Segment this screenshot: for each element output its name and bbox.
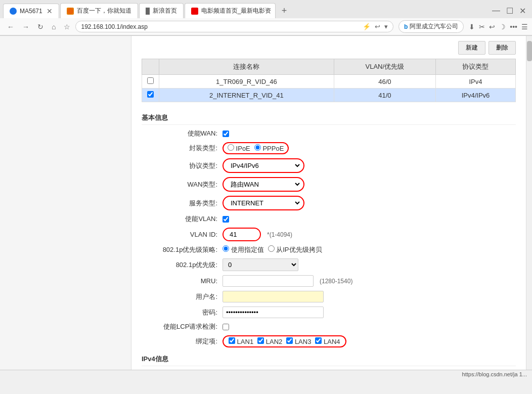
refresh-button[interactable]: ↻ (34, 22, 47, 32)
enable-wan-checkbox[interactable] (223, 130, 229, 137)
protocol-type-row: 协议类型: IPv4/IPv6 IPv4 IPv6 (142, 158, 516, 173)
password-row: 密码: (142, 307, 516, 318)
row2-checkbox[interactable] (142, 89, 159, 102)
lightning-icon: ⚡ (363, 23, 371, 30)
delete-button[interactable]: 删除 (489, 41, 516, 55)
bind-highlight: LAN1 LAN2 LAN3 LAN4 (223, 335, 346, 347)
service-type-value: INTERNET TR069 VOIP OTHER (223, 196, 516, 210)
close-window-button[interactable]: ✕ (516, 4, 529, 18)
enable-vlan-value (223, 216, 516, 223)
row1-name[interactable]: 1_TR069_R_VID_46 (159, 75, 334, 89)
bookmark-button[interactable]: ☆ (61, 22, 73, 32)
priority-from-ip-label[interactable]: 从IP优先级拷贝 (268, 245, 322, 254)
vlan-id-input[interactable] (227, 229, 257, 240)
table-header-checkbox (142, 59, 159, 75)
row1-check-input[interactable] (147, 77, 154, 84)
minimize-button[interactable]: — (489, 4, 503, 17)
wan-type-value: 路由WAN 桥接WAN (223, 177, 516, 192)
protocol-select[interactable]: IPv4/IPv6 IPv4 IPv6 (226, 160, 301, 171)
protocol-highlight: IPv4/IPv6 IPv4 IPv6 (223, 158, 304, 173)
encap-pppoe-radio[interactable] (254, 144, 261, 151)
search-bar[interactable]: b 阿里成立汽车公司 (398, 20, 464, 33)
tab-label-dianying: 电影频道首页_最新电影资 (201, 7, 272, 15)
enable-vlan-checkbox[interactable] (223, 216, 229, 223)
vlan-id-row: VLAN ID: *(1-4094) (142, 228, 516, 241)
tab-icon-dianying (191, 8, 198, 15)
bind-lan1-checkbox[interactable] (229, 337, 235, 344)
bind-lan3-checkbox[interactable] (286, 337, 293, 344)
encap-pppoe-label[interactable]: PPPoE (254, 144, 284, 152)
tab-icon-baidu (67, 8, 74, 15)
table-header-vlan: VLAN/优先级 (334, 59, 435, 75)
address-url: 192.168.100.1/index.asp (81, 23, 362, 30)
back-button[interactable]: ← (4, 22, 17, 32)
tab-sina[interactable]: 新浪首页 (139, 3, 184, 18)
protocol-type-value: IPv4/IPv6 IPv4 IPv6 (223, 158, 516, 173)
protocol-type-label: 协议类型: (142, 161, 223, 170)
bind-lan3-label[interactable]: LAN3 (286, 337, 311, 345)
download-icon[interactable]: ⬇ (469, 23, 475, 31)
address-icons: ⚡ ↩ ▾ (363, 23, 388, 30)
table-header-protocol: 协议类型 (435, 59, 515, 75)
scrollbar-thumb[interactable] (527, 41, 532, 61)
password-input[interactable] (223, 307, 324, 318)
bind-lan2-checkbox[interactable] (257, 337, 264, 344)
address-bar[interactable]: 192.168.100.1/index.asp ⚡ ↩ ▾ (75, 21, 393, 32)
ipv4-info-title: IPv4信息 (142, 352, 516, 366)
restore-button[interactable]: ☐ (503, 4, 516, 18)
enable-lcp-checkbox[interactable] (223, 324, 229, 330)
table-header-name: 连接名称 (159, 59, 334, 75)
moon-icon[interactable]: ☽ (499, 23, 506, 31)
undo-icon[interactable]: ↩ (489, 23, 495, 31)
home-button[interactable]: ⌂ (49, 22, 59, 32)
connection-table: 连接名称 VLAN/优先级 协议类型 1_TR069_R_VID_46 46/0… (142, 59, 516, 102)
settings-icon[interactable]: ✂ (479, 23, 485, 31)
dropdown-icon[interactable]: ▾ (384, 23, 388, 30)
wan-type-highlight: 路由WAN 桥接WAN (223, 177, 304, 192)
enable-wan-value (223, 130, 516, 137)
row2-vlan: 41/0 (334, 89, 435, 102)
sidebar (0, 36, 131, 370)
priority-use-specified-radio[interactable] (223, 245, 229, 252)
tab-dianying[interactable]: 电影频道首页_最新电影资 (185, 3, 276, 18)
encap-type-row: 封装类型: IPoE PPPoE (142, 142, 516, 154)
row2-protocol: IPv4/IPv6 (435, 89, 515, 102)
priority-select[interactable]: 0123 4567 (223, 258, 298, 271)
row2-name[interactable]: 2_INTERNET_R_VID_41 (159, 89, 334, 102)
forward-button[interactable]: → (19, 22, 32, 32)
bind-lan2-label[interactable]: LAN2 (257, 337, 282, 345)
encap-ipoe-label[interactable]: IPoE (228, 144, 250, 152)
service-type-highlight: INTERNET TR069 VOIP OTHER (223, 196, 304, 210)
vlan-id-range: *(1-4094) (267, 231, 292, 238)
bing-logo: b (404, 23, 408, 30)
tab-baidu[interactable]: 百度一下，你就知道 (60, 3, 138, 18)
mru-input[interactable]: 1492 (223, 275, 314, 287)
row2-check-input[interactable] (147, 91, 154, 98)
new-button[interactable]: 新建 (458, 41, 485, 55)
new-tab-button[interactable]: + (277, 4, 292, 18)
row1-checkbox[interactable] (142, 75, 159, 89)
more-icon[interactable]: ••• (510, 23, 517, 31)
password-label: 密码: (142, 308, 223, 317)
table-row[interactable]: 1_TR069_R_VID_46 46/0 IPv4 (142, 75, 516, 89)
bind-lan4-label[interactable]: LAN4 (315, 337, 340, 345)
priority-from-ip-radio[interactable] (268, 245, 275, 252)
vlan-id-value: *(1-4094) (223, 228, 516, 241)
username-input[interactable]: 1552020391@139.gd (223, 291, 324, 302)
tab-close-ma5671[interactable]: ✕ (47, 7, 53, 15)
service-type-select[interactable]: INTERNET TR069 VOIP OTHER (226, 197, 301, 209)
share-icon: ↩ (375, 23, 380, 30)
scrollbar[interactable] (526, 36, 532, 370)
bind-lan1-label[interactable]: LAN1 (229, 337, 253, 345)
bind-lan4-checkbox[interactable] (315, 337, 322, 344)
service-type-label: 服务类型: (142, 199, 223, 208)
menu-icon[interactable]: ☰ (521, 23, 528, 31)
tab-ma5671[interactable]: MA5671 ✕ (3, 4, 59, 18)
enable-lcp-label: 使能LCP请求检测: (142, 322, 223, 331)
table-row[interactable]: 2_INTERNET_R_VID_41 41/0 IPv4/IPv6 (142, 89, 516, 102)
enable-lcp-value (223, 324, 516, 330)
encap-ipoe-radio[interactable] (228, 144, 234, 151)
wan-type-select[interactable]: 路由WAN 桥接WAN (226, 179, 301, 190)
priority-use-specified-label[interactable]: 使用指定值 (223, 245, 264, 254)
enable-vlan-label: 使能VLAN: (142, 214, 223, 224)
